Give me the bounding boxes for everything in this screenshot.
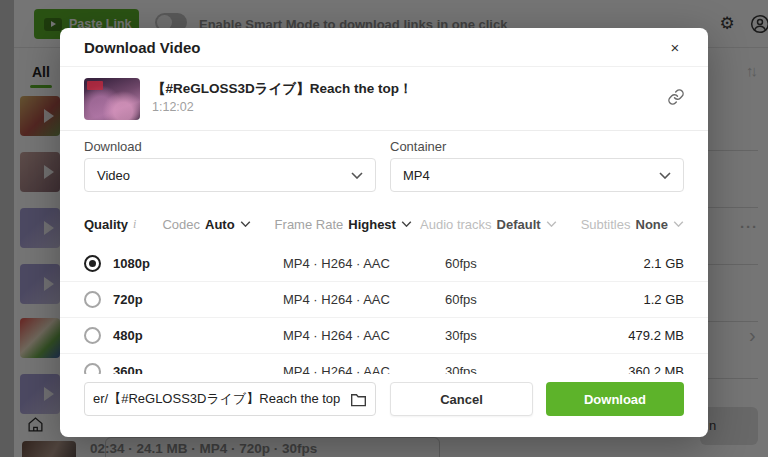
- codec-dropdown[interactable]: Codec Auto: [162, 217, 250, 232]
- quality-size: 1.2 GB: [644, 292, 684, 307]
- download-field-label: Download: [84, 139, 142, 154]
- radio-button[interactable]: [84, 255, 101, 272]
- cancel-button[interactable]: Cancel: [390, 382, 533, 416]
- chevron-down-icon: [351, 172, 363, 179]
- chevron-down-icon: [546, 221, 557, 227]
- quality-row[interactable]: 720p MP4 · H264 · AAC 60fps 1.2 GB: [60, 282, 708, 318]
- quality-fps: 60fps: [423, 256, 543, 271]
- info-icon[interactable]: i: [133, 217, 136, 232]
- framerate-dropdown[interactable]: Frame Rate Highest: [275, 217, 412, 232]
- quality-label: Quality: [84, 217, 128, 232]
- video-thumbnail: [84, 78, 140, 120]
- video-title: 【#ReGLOSS3Dライブ】Reach the top！: [152, 80, 413, 98]
- quality-row[interactable]: 480p MP4 · H264 · AAC 30fps 479.2 MB: [60, 318, 708, 354]
- container-field-label: Container: [390, 139, 446, 154]
- container-select[interactable]: MP4: [390, 158, 684, 192]
- quality-row[interactable]: 360p MP4 · H264 · AAC 30fps 360.2 MB: [60, 354, 708, 374]
- chevron-down-icon: [659, 172, 671, 179]
- quality-size: 360.2 MB: [628, 364, 684, 374]
- quality-resolution: 1080p: [113, 256, 283, 271]
- close-icon[interactable]: ×: [664, 37, 686, 59]
- quality-codec: MP4 · H264 · AAC: [283, 292, 423, 307]
- quality-fps: 60fps: [423, 292, 543, 307]
- quality-codec: MP4 · H264 · AAC: [283, 328, 423, 343]
- dialog-title: Download Video: [84, 39, 200, 56]
- divider: [60, 130, 708, 131]
- quality-fps: 30fps: [423, 328, 543, 343]
- quality-resolution: 720p: [113, 292, 283, 307]
- quality-list: 1080p MP4 · H264 · AAC 60fps 2.1 GB 720p…: [60, 246, 708, 374]
- video-duration: 1:12:02: [152, 100, 194, 114]
- format-options-row: Quality i Codec Auto Frame Rate Highest …: [84, 214, 684, 234]
- quality-header: Quality i: [84, 217, 136, 232]
- quality-resolution: 480p: [113, 328, 283, 343]
- chevron-down-icon: [673, 221, 684, 227]
- app-window: Paste Link Enable Smart Mode to download…: [0, 0, 768, 457]
- quality-size: 2.1 GB: [644, 256, 684, 271]
- radio-button[interactable]: [84, 327, 101, 344]
- filename-input[interactable]: [93, 392, 344, 407]
- download-type-select[interactable]: Video: [84, 158, 376, 192]
- quality-fps: 30fps: [423, 364, 543, 374]
- quality-codec: MP4 · H264 · AAC: [283, 256, 423, 271]
- audio-tracks-dropdown[interactable]: Audio tracks Default: [420, 217, 557, 232]
- divider: [60, 66, 708, 67]
- chevron-down-icon: [401, 221, 412, 227]
- filename-field: [84, 382, 376, 416]
- download-video-dialog: Download Video × 【#ReGLOSS3Dライブ】Reach th…: [60, 28, 708, 437]
- quality-row[interactable]: 1080p MP4 · H264 · AAC 60fps 2.1 GB: [60, 246, 708, 282]
- copy-link-icon[interactable]: [667, 88, 685, 106]
- container-value: MP4: [403, 168, 430, 183]
- chevron-down-icon: [240, 221, 251, 227]
- download-button[interactable]: Download: [546, 382, 684, 416]
- quality-size: 479.2 MB: [628, 328, 684, 343]
- quality-resolution: 360p: [113, 364, 283, 374]
- quality-codec: MP4 · H264 · AAC: [283, 364, 423, 374]
- radio-button[interactable]: [84, 363, 101, 374]
- download-type-value: Video: [97, 168, 130, 183]
- radio-button[interactable]: [84, 291, 101, 308]
- subtitles-dropdown[interactable]: Subtitles None: [581, 217, 684, 232]
- folder-icon[interactable]: [350, 392, 367, 407]
